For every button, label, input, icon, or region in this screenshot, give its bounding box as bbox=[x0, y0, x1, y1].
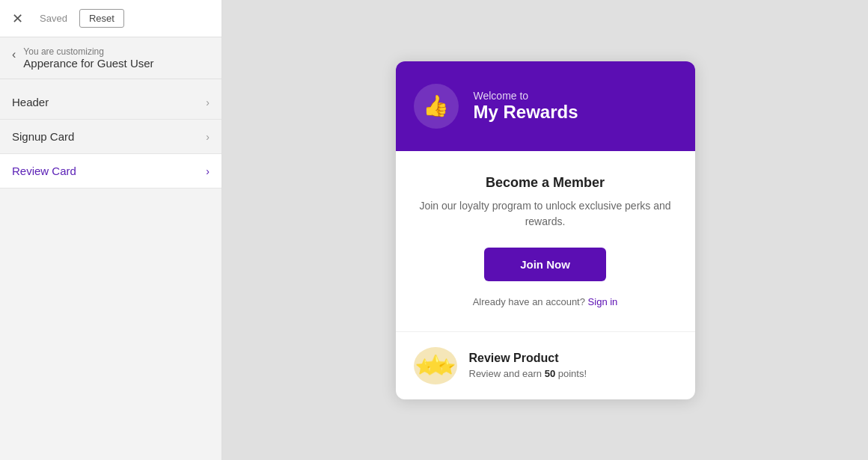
thumbs-up-icon: 👍 bbox=[423, 93, 449, 118]
chevron-right-icon: › bbox=[206, 165, 210, 177]
sidebar-item-signup-label: Signup Card bbox=[12, 130, 74, 143]
review-desc-suffix: points! bbox=[555, 368, 587, 379]
review-card: ⭐ ⭐ ⭐ Review Product Review and earn 50 … bbox=[396, 332, 695, 399]
back-button[interactable]: ‹ bbox=[12, 46, 16, 61]
sidebar: ✕ Saved Reset ‹ You are customizing Appe… bbox=[0, 0, 222, 460]
saved-badge: Saved bbox=[34, 10, 73, 27]
customizing-label: You are customizing bbox=[23, 46, 153, 57]
welcome-text: Welcome to bbox=[474, 90, 578, 102]
chevron-right-icon: › bbox=[206, 96, 210, 108]
sidebar-menu: Header › Signup Card › Review Card › bbox=[0, 79, 221, 188]
rewards-widget: 👍 Welcome to My Rewards Become a Member … bbox=[396, 61, 695, 399]
customizing-name: Apperance for Guest User bbox=[23, 57, 153, 70]
customizing-text: You are customizing Apperance for Guest … bbox=[23, 46, 153, 70]
membership-card: Become a Member Join our loyalty program… bbox=[396, 151, 695, 332]
signin-text: Already have an account? Sign in bbox=[414, 296, 677, 307]
review-info: Review Product Review and earn 50 points… bbox=[469, 352, 587, 379]
review-product-title: Review Product bbox=[469, 352, 587, 365]
rewards-title: My Rewards bbox=[474, 102, 578, 123]
sidebar-item-header-label: Header bbox=[12, 96, 49, 108]
sidebar-top-bar: ✕ Saved Reset bbox=[0, 0, 221, 37]
review-points-value: 50 bbox=[545, 368, 555, 379]
sidebar-item-review-card[interactable]: Review Card › bbox=[0, 154, 221, 188]
review-description: Review and earn 50 points! bbox=[469, 368, 587, 379]
star-icon-2: ⭐ bbox=[424, 354, 447, 377]
rewards-icon: 👍 bbox=[414, 84, 459, 129]
rewards-title-block: Welcome to My Rewards bbox=[474, 90, 578, 123]
main-content: 👍 Welcome to My Rewards Become a Member … bbox=[222, 0, 868, 460]
already-have-account-text: Already have an account? bbox=[473, 296, 585, 307]
review-desc-prefix: Review and earn bbox=[469, 368, 545, 379]
reset-button[interactable]: Reset bbox=[79, 9, 124, 28]
customizing-info: ‹ You are customizing Apperance for Gues… bbox=[0, 37, 221, 79]
stars-icon-container: ⭐ ⭐ ⭐ bbox=[414, 347, 457, 384]
rewards-header: 👍 Welcome to My Rewards bbox=[396, 61, 695, 151]
join-now-button[interactable]: Join Now bbox=[484, 248, 606, 281]
close-button[interactable]: ✕ bbox=[7, 10, 28, 27]
sidebar-item-header[interactable]: Header › bbox=[0, 85, 221, 120]
become-member-title: Become a Member bbox=[414, 175, 677, 191]
chevron-right-icon: › bbox=[206, 131, 210, 143]
sidebar-item-signup-card[interactable]: Signup Card › bbox=[0, 120, 221, 154]
sign-in-link[interactable]: Sign in bbox=[588, 296, 618, 307]
sidebar-item-review-label: Review Card bbox=[12, 165, 76, 177]
member-description: Join our loyalty program to unlock exclu… bbox=[414, 198, 677, 230]
